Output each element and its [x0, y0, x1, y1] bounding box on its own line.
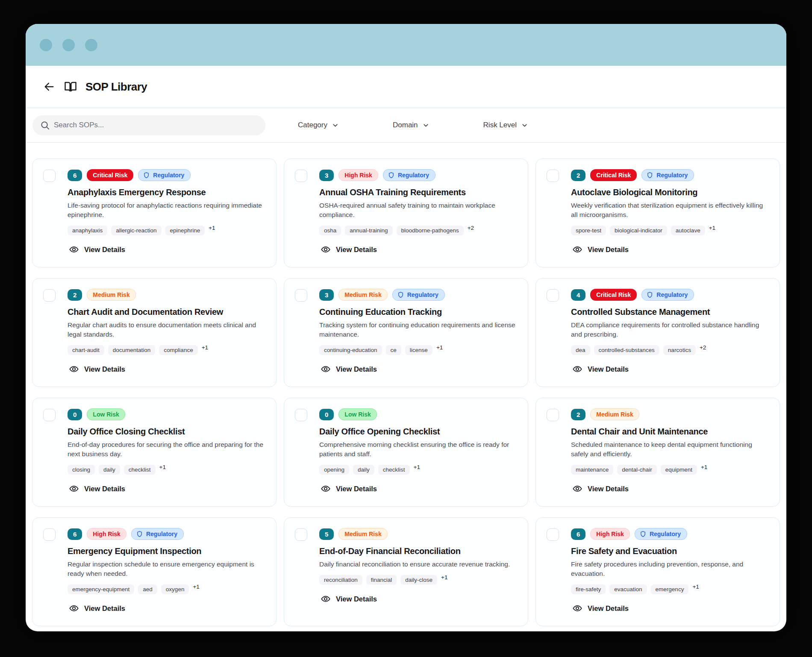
- page-title: SOP Library: [85, 80, 147, 94]
- risk-badge: Medium Risk: [87, 289, 135, 301]
- eye-icon: [69, 245, 79, 254]
- view-details-button[interactable]: View Details: [319, 483, 377, 494]
- risk-badge: Medium Risk: [590, 408, 639, 420]
- back-button[interactable]: [43, 80, 56, 93]
- card-checkbox[interactable]: [547, 170, 559, 182]
- chevron-down-icon: [521, 122, 528, 129]
- tag-more-count: +1: [692, 584, 699, 590]
- tag-pill: dea: [571, 345, 590, 355]
- tag-pill: annual-training: [345, 226, 392, 235]
- tag-pill: bloodborne-pathogens: [397, 226, 464, 235]
- card-description: Regular inspection schedule to ensure em…: [68, 560, 266, 578]
- badge-row: 3 Medium Risk Regulatory: [319, 289, 518, 301]
- tag-pill: reconciliation: [319, 575, 362, 585]
- tag-more-count: +1: [701, 464, 707, 470]
- card-checkbox[interactable]: [295, 170, 307, 182]
- card-checkbox[interactable]: [43, 289, 56, 302]
- card-checkbox[interactable]: [295, 528, 307, 541]
- tag-pill: opening: [319, 465, 349, 475]
- card-checkbox[interactable]: [43, 409, 56, 421]
- sop-card: 2 Critical Risk Regulatory Autoclave Bio…: [535, 158, 780, 267]
- card-body: 2 Medium Risk Dental Chair and Unit Main…: [565, 408, 769, 496]
- count-badge: 0: [68, 409, 82, 420]
- window-control-dot[interactable]: [62, 39, 75, 51]
- view-details-button[interactable]: View Details: [68, 244, 125, 255]
- card-title: Annual OSHA Training Requirements: [319, 188, 518, 197]
- tag-pill: emergency: [651, 584, 689, 594]
- risk-badge: High Risk: [87, 528, 127, 540]
- regulatory-badge: Regulatory: [635, 528, 687, 540]
- card-body: 5 Medium Risk End-of-Day Financial Recon…: [313, 528, 518, 616]
- count-badge: 2: [68, 289, 82, 301]
- card-checkbox[interactable]: [547, 528, 559, 541]
- tag-pill: checklist: [124, 465, 156, 475]
- sop-card: 5 Medium Risk End-of-Day Financial Recon…: [284, 517, 528, 626]
- view-details-button[interactable]: View Details: [571, 244, 629, 255]
- card-body: 6 Critical Risk Regulatory Anaphylaxis E…: [62, 169, 266, 257]
- card-checkbox[interactable]: [547, 409, 559, 421]
- tag-row: reconciliationfinancialdaily-close+1: [319, 575, 518, 585]
- filter-label: Domain: [393, 121, 418, 129]
- view-details-label: View Details: [84, 604, 125, 613]
- chevron-down-icon: [332, 122, 339, 129]
- view-details-button[interactable]: View Details: [319, 244, 377, 255]
- risk-badge: High Risk: [590, 528, 630, 540]
- sop-card: 0 Low Risk Daily Office Closing Checklis…: [32, 398, 277, 507]
- search-icon: [40, 120, 50, 130]
- card-checkbox[interactable]: [295, 289, 307, 302]
- view-details-button[interactable]: View Details: [319, 593, 377, 604]
- tag-more-count: +1: [209, 225, 215, 231]
- tag-more-count: +1: [436, 344, 443, 351]
- badge-row: 0 Low Risk: [68, 408, 266, 420]
- shield-icon: [397, 291, 404, 298]
- view-details-button[interactable]: View Details: [571, 364, 629, 375]
- card-checkbox[interactable]: [43, 528, 56, 541]
- window-control-dot[interactable]: [40, 39, 52, 51]
- card-description: Weekly verification that sterilization e…: [571, 201, 769, 220]
- tag-more-count: +1: [441, 574, 447, 581]
- card-title: Daily Office Opening Checklist: [319, 427, 518, 437]
- tag-pill: daily: [99, 465, 120, 475]
- tag-row: fire-safetyevacuationemergency+1: [571, 584, 769, 594]
- card-description: End-of-day procedures for securing the o…: [68, 440, 266, 459]
- search-input[interactable]: [32, 115, 265, 135]
- filter-toolbar: Category Domain Risk Level: [26, 108, 786, 143]
- card-checkbox[interactable]: [295, 409, 307, 421]
- view-details-button[interactable]: View Details: [571, 603, 629, 614]
- card-title: Chart Audit and Documentation Review: [68, 307, 266, 317]
- card-body: 3 High Risk Regulatory Annual OSHA Train…: [313, 169, 518, 257]
- regulatory-label: Regulatory: [146, 530, 177, 538]
- view-details-button[interactable]: View Details: [68, 483, 125, 494]
- view-details-button[interactable]: View Details: [319, 364, 377, 375]
- view-details-button[interactable]: View Details: [571, 483, 629, 494]
- card-checkbox[interactable]: [43, 170, 56, 182]
- filter-label: Risk Level: [483, 121, 517, 129]
- view-details-label: View Details: [336, 485, 377, 493]
- view-details-button[interactable]: View Details: [68, 364, 125, 375]
- tag-more-count: +1: [202, 344, 208, 351]
- view-details-label: View Details: [84, 246, 125, 254]
- tag-row: emergency-equipmentaedoxygen+1: [68, 584, 266, 594]
- card-body: 2 Medium Risk Chart Audit and Documentat…: [62, 289, 266, 376]
- count-badge: 3: [319, 289, 334, 301]
- tag-pill: continuing-education: [319, 345, 382, 355]
- risk-badge: Critical Risk: [87, 169, 133, 181]
- view-details-label: View Details: [84, 485, 125, 493]
- filter-risk-level[interactable]: Risk Level: [477, 115, 534, 135]
- card-checkbox[interactable]: [547, 289, 559, 302]
- count-badge: 2: [571, 409, 585, 420]
- view-details-label: View Details: [588, 246, 629, 254]
- view-details-label: View Details: [336, 246, 377, 254]
- view-details-button[interactable]: View Details: [68, 603, 125, 614]
- filter-category[interactable]: Category: [292, 115, 345, 135]
- tag-pill: compliance: [159, 345, 197, 355]
- tag-row: closingdailychecklist+1: [68, 465, 266, 475]
- tag-pill: oxygen: [161, 584, 189, 594]
- tag-pill: chart-audit: [68, 345, 104, 355]
- window-titlebar: [26, 24, 786, 66]
- tag-pill: dental-chair: [617, 465, 657, 475]
- filter-domain[interactable]: Domain: [387, 115, 435, 135]
- eye-icon: [573, 245, 582, 254]
- tag-more-count: +1: [414, 464, 420, 470]
- window-control-dot[interactable]: [85, 39, 97, 51]
